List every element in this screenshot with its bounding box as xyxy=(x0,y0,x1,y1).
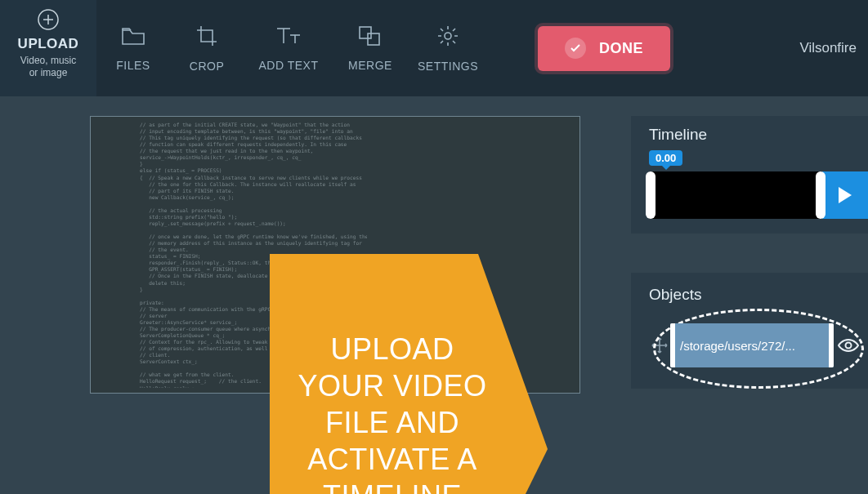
gear-icon xyxy=(436,24,459,50)
done-button[interactable]: DONE xyxy=(538,26,670,71)
crop-icon xyxy=(195,24,218,50)
crop-button[interactable]: CROP xyxy=(170,0,244,96)
content-area: // as part of the initial CREATE state, … xyxy=(0,96,868,116)
files-button[interactable]: FILES xyxy=(96,0,170,96)
user-menu[interactable]: Vilsonfire xyxy=(799,0,868,96)
crop-label: CROP xyxy=(190,60,224,73)
objects-title: Objects xyxy=(649,286,868,304)
timeline-right-handle[interactable] xyxy=(816,171,825,219)
timeline-left-handle[interactable] xyxy=(646,171,655,219)
files-label: FILES xyxy=(116,59,150,72)
merge-label: MERGE xyxy=(348,59,392,72)
add-text-button[interactable]: ADD TEXT xyxy=(244,0,333,96)
text-icon xyxy=(275,25,302,49)
object-right-handle[interactable] xyxy=(829,323,834,367)
upload-sublabel: Video, music or image xyxy=(0,55,96,79)
svg-rect-3 xyxy=(360,27,371,38)
timeline-position-badge[interactable]: 0.00 xyxy=(649,150,682,166)
move-handle[interactable] xyxy=(649,337,670,354)
settings-label: SETTINGS xyxy=(418,60,478,73)
objects-panel: Objects /storage/users/272/... xyxy=(631,273,868,389)
merge-icon xyxy=(358,25,383,49)
object-chip[interactable]: /storage/users/272/... xyxy=(670,323,834,367)
upload-button[interactable]: UPLOAD Video, music or image xyxy=(0,0,96,96)
callout-text: UPLOAD YOUR VIDEO FILE AND ACTIVATE A TI… xyxy=(286,331,499,495)
upload-label: UPLOAD xyxy=(0,36,96,52)
check-icon xyxy=(565,38,586,59)
timeline-panel: Timeline 0.00 xyxy=(631,116,868,234)
object-path: /storage/users/272/... xyxy=(680,339,795,353)
timeline-title: Timeline xyxy=(649,126,868,144)
play-button[interactable] xyxy=(822,171,868,219)
folder-icon xyxy=(121,25,145,49)
user-name: Vilsonfire xyxy=(799,40,857,56)
object-left-handle[interactable] xyxy=(670,323,675,367)
svg-rect-4 xyxy=(368,33,379,45)
visibility-toggle[interactable] xyxy=(834,337,863,354)
add-text-label: ADD TEXT xyxy=(259,59,319,72)
object-row: /storage/users/272/... xyxy=(649,323,868,367)
timeline-track[interactable] xyxy=(649,171,822,219)
top-toolbar: UPLOAD Video, music or image FILES CROP … xyxy=(0,0,868,96)
done-label: DONE xyxy=(599,40,643,57)
settings-button[interactable]: SETTINGS xyxy=(407,0,489,96)
merge-button[interactable]: MERGE xyxy=(333,0,407,96)
plus-icon xyxy=(37,8,60,31)
svg-point-6 xyxy=(846,343,852,349)
svg-point-5 xyxy=(445,33,451,39)
